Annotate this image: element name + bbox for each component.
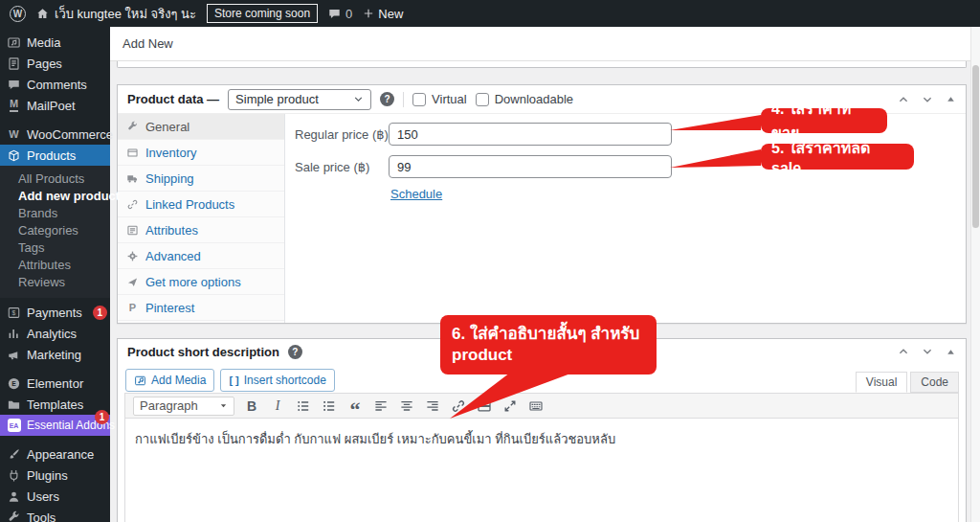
- essential-addons-count-badge: 1: [95, 410, 109, 424]
- link-button[interactable]: [450, 397, 467, 415]
- tab-pinterest[interactable]: P Pinterest: [118, 295, 284, 321]
- editor-header: Add New: [110, 27, 980, 61]
- sidebar-item-templates[interactable]: Templates: [0, 394, 110, 415]
- product-type-select[interactable]: Simple product: [228, 89, 371, 110]
- sidebar-item-plugins[interactable]: Plugins: [0, 465, 110, 486]
- rocket-icon: [126, 276, 139, 288]
- media-icon: [7, 35, 21, 50]
- align-left-button[interactable]: [372, 397, 390, 415]
- sidebar-item-mailpoet[interactable]: M MailPoet: [0, 95, 110, 116]
- move-up-icon[interactable]: [898, 94, 909, 105]
- sidebar-item-appearance[interactable]: Appearance: [0, 443, 110, 465]
- products-icon: [7, 148, 21, 163]
- submenu-add-new-product[interactable]: Add new product: [0, 187, 110, 204]
- more-tag-button[interactable]: [476, 397, 493, 415]
- analytics-icon: [7, 327, 21, 341]
- downloadable-checkbox[interactable]: [476, 93, 489, 106]
- media-icon: [134, 374, 146, 387]
- sale-price-input[interactable]: [389, 155, 672, 178]
- paragraph-select[interactable]: Paragraph: [133, 397, 234, 416]
- sidebar-item-users[interactable]: Users: [0, 486, 110, 507]
- move-down-icon[interactable]: [922, 94, 933, 105]
- regular-price-label: Regular price (฿): [295, 127, 389, 142]
- scrollbar-thumb[interactable]: [972, 65, 979, 228]
- scrollbar[interactable]: [970, 27, 980, 522]
- caret-down-icon: [219, 401, 228, 410]
- bullet-list-button[interactable]: [295, 397, 312, 415]
- keyboard-shortcuts-button[interactable]: [527, 397, 545, 415]
- comments-menu[interactable]: 0: [328, 7, 352, 21]
- site-name[interactable]: เว็บ kungtee ใหม่ จริงๆ นะ: [55, 4, 196, 24]
- sidebar-item-products[interactable]: Products: [0, 145, 110, 166]
- sidebar-item-woocommerce[interactable]: W WooCommerce: [0, 124, 110, 145]
- wrench-icon: [126, 121, 139, 133]
- virtual-checkbox[interactable]: [412, 93, 426, 106]
- link-icon: [126, 198, 139, 211]
- align-right-button[interactable]: [424, 397, 441, 415]
- sidebar-item-comments[interactable]: Comments: [0, 74, 110, 95]
- plus-icon: [363, 8, 374, 19]
- italic-button[interactable]: I: [269, 397, 286, 415]
- comments-icon: [7, 78, 21, 92]
- schedule-link[interactable]: Schedule: [390, 187, 442, 201]
- tab-general[interactable]: General: [118, 114, 284, 140]
- tab-get-more-options[interactable]: Get more options: [118, 269, 284, 295]
- svg-text:$: $: [12, 309, 16, 316]
- submenu-reviews[interactable]: Reviews: [0, 273, 110, 290]
- divider: [403, 92, 404, 107]
- submenu-all-products[interactable]: All Products: [0, 170, 110, 187]
- sidebar-item-tools[interactable]: Tools: [0, 507, 110, 522]
- fullscreen-button[interactable]: [501, 397, 519, 415]
- help-icon[interactable]: ?: [288, 345, 302, 359]
- pages-icon: [7, 57, 21, 71]
- submenu-categories[interactable]: Categories: [0, 221, 110, 238]
- wordpress-logo-icon[interactable]: W: [10, 6, 26, 22]
- editor-container: Paragraph B I “: [124, 393, 959, 522]
- submenu-tags[interactable]: Tags: [0, 238, 110, 256]
- site-menu[interactable]: เว็บ kungtee ใหม่ จริงๆ นะ: [36, 4, 196, 24]
- regular-price-input[interactable]: [389, 123, 672, 146]
- move-down-icon[interactable]: [922, 346, 933, 357]
- blockquote-button[interactable]: “: [346, 397, 364, 415]
- add-media-button[interactable]: Add Media: [125, 369, 214, 392]
- panel-controls: [898, 346, 956, 357]
- sidebar-item-pages[interactable]: Pages: [0, 53, 110, 74]
- insert-shortcode-button[interactable]: [ ] Insert shortcode: [220, 369, 334, 392]
- collapse-toggle-icon[interactable]: [946, 347, 956, 357]
- new-menu[interactable]: New: [363, 7, 403, 21]
- move-up-icon[interactable]: [898, 346, 909, 357]
- user-icon: [7, 489, 21, 504]
- sidebar-item-essential-addons[interactable]: EA Essential Addons 1: [0, 415, 110, 436]
- product-data-title: Product data —: [127, 92, 219, 106]
- tab-inventory[interactable]: Inventory: [118, 140, 284, 166]
- virtual-label: Virtual: [432, 92, 467, 106]
- sidebar-item-elementor[interactable]: E Elementor: [0, 373, 110, 394]
- help-icon[interactable]: ?: [380, 92, 394, 106]
- bold-button[interactable]: B: [243, 397, 260, 415]
- submenu-attributes[interactable]: Attributes: [0, 256, 110, 273]
- short-description-text: กาแฟเบียร์ข้าง เป็นการดื่มด่ำ กับกาแฟ ผส…: [135, 432, 615, 446]
- submenu-brands[interactable]: Brands: [0, 204, 110, 221]
- sidebar-item-media[interactable]: Media: [0, 32, 110, 53]
- tab-shipping[interactable]: Shipping: [118, 166, 284, 192]
- short-description-textarea[interactable]: กาแฟเบียร์ข้าง เป็นการดื่มด่ำ กับกาแฟ ผส…: [125, 419, 958, 461]
- panel-controls: [898, 94, 956, 105]
- visual-tab[interactable]: Visual: [856, 372, 907, 393]
- sidebar-item-payments[interactable]: $ Payments 1: [0, 302, 110, 323]
- svg-text:E: E: [11, 380, 16, 387]
- code-tab[interactable]: Code: [910, 372, 959, 393]
- essential-addons-icon: EA: [7, 419, 21, 432]
- align-center-button[interactable]: [398, 397, 415, 415]
- editor-toolbar: Paragraph B I “: [125, 394, 958, 419]
- sidebar-item-analytics[interactable]: Analytics: [0, 323, 110, 344]
- product-data-tabs: General Inventory Shipping Linked Produc…: [118, 114, 285, 323]
- tab-attributes[interactable]: Attributes: [118, 217, 284, 243]
- collapse-toggle-icon[interactable]: [946, 94, 956, 104]
- tab-linked-products[interactable]: Linked Products: [118, 192, 284, 217]
- sidebar-item-marketing[interactable]: Marketing: [0, 344, 110, 365]
- plug-icon: [7, 468, 21, 483]
- callout-step4: 4. ใส่ราคาที่ขาย: [761, 108, 887, 133]
- woocommerce-icon: W: [7, 129, 21, 140]
- ordered-list-button[interactable]: [321, 397, 338, 415]
- tab-advanced[interactable]: Advanced: [118, 243, 284, 269]
